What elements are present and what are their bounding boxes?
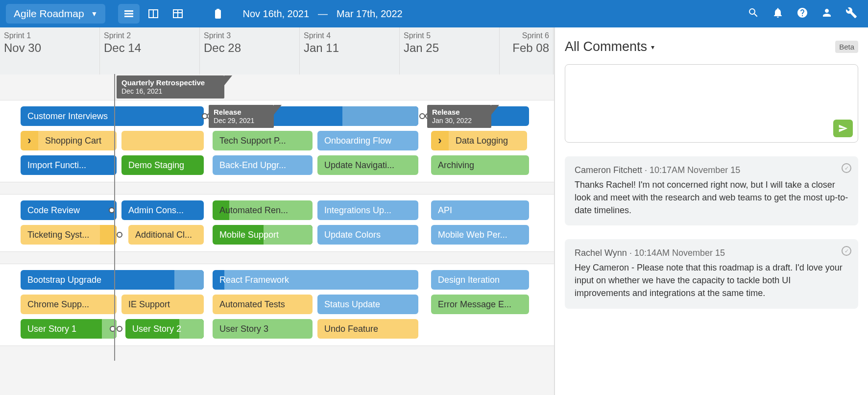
date-from: Nov 16th, 2021 (242, 8, 309, 20)
card-bootstrap[interactable]: Bootstrap Upgrade (21, 270, 204, 290)
card-automated-tests[interactable]: Automated Tests (213, 295, 313, 314)
card-update-nav[interactable]: Update Navigati... (317, 155, 418, 175)
beta-badge: Beta (835, 41, 858, 53)
expand-button[interactable]: › (21, 131, 38, 150)
svg-rect-1 (124, 13, 133, 15)
connector-dot[interactable] (419, 113, 425, 119)
card-import-func[interactable]: Import Functi... (21, 155, 117, 175)
card-error-msg[interactable]: Error Message E... (431, 295, 529, 314)
row: Chrome Supp... IE Support Automated Test… (0, 293, 554, 317)
sprint-col-1[interactable]: Sprint 1Nov 30 (0, 27, 100, 74)
comment-meta: Rachel Wynn · 10:14AM November 15 (575, 248, 848, 258)
retrospective-line (114, 74, 115, 361)
comment-item[interactable]: ✓ Cameron Fitchett · 10:17AM November 15… (565, 156, 858, 225)
row: › Shopping Cart Tech Support P... Onboar… (0, 129, 554, 153)
row: Bootstrap Upgrade React Framework Design… (0, 268, 554, 293)
marker-release-1[interactable]: Release Dec 29, 2021 (209, 105, 274, 128)
comment-meta: Cameron Fitchett · 10:17AM November 15 (575, 165, 848, 175)
comment-input[interactable] (565, 64, 858, 143)
connector-dot[interactable] (117, 326, 122, 332)
card-customer-interviews[interactable]: Customer Interviews (21, 106, 204, 126)
card-additional-cl[interactable]: Additional Cl... (128, 225, 204, 245)
card-undo[interactable]: Undo Feature (317, 319, 418, 339)
tools-icon[interactable] (845, 7, 857, 21)
card-shopping-cart[interactable]: Shopping Cart (38, 131, 117, 150)
card-react[interactable]: React Framework (213, 270, 418, 290)
card-ticketing[interactable]: Ticketing Syst... (21, 225, 117, 245)
resolve-check-icon[interactable]: ✓ (842, 246, 851, 256)
resolve-check-icon[interactable]: ✓ (842, 163, 851, 173)
expand-button[interactable]: › (431, 131, 449, 150)
view-switcher (118, 4, 189, 24)
sprint-col-5[interactable]: Sprint 5Jan 25 (400, 27, 500, 74)
date-to: Mar 17th, 2022 (337, 8, 403, 20)
row: Ticketing Syst... Additional Cl... Mobil… (0, 223, 554, 247)
sprint-col-3[interactable]: Sprint 3Dec 28 (200, 27, 300, 74)
svg-rect-2 (124, 16, 133, 17)
list-view-button[interactable] (118, 4, 140, 24)
card-mobile-support[interactable]: Mobile Support (213, 225, 313, 245)
card-mobile-web[interactable]: Mobile Web Per... (431, 225, 529, 245)
help-icon[interactable] (796, 7, 808, 21)
row: Code Review Admin Cons... Automated Ren.… (0, 198, 554, 223)
card-user-story-3[interactable]: User Story 3 (213, 319, 313, 339)
card-code-review[interactable]: Code Review (21, 200, 117, 220)
card-backend-upgr[interactable]: Back-End Upgr... (213, 155, 313, 175)
date-separator: — (318, 8, 328, 20)
card-status-update[interactable]: Status Update (317, 295, 418, 314)
table-view-button[interactable] (167, 4, 189, 24)
toolbar-right (747, 7, 862, 21)
card-update-colors[interactable]: Update Colors (317, 225, 418, 245)
comment-body: Thanks Rachel! I'm not concerned right n… (575, 178, 848, 217)
comment-item[interactable]: ✓ Rachel Wynn · 10:14AM November 15 Hey … (565, 239, 858, 308)
search-icon[interactable] (747, 7, 759, 21)
card-chrome-supp[interactable]: Chrome Supp... (21, 295, 117, 314)
card-yellow-blank[interactable] (121, 131, 204, 150)
marker-retrospective[interactable]: Quarterly Retrospective Dec 16, 2021 (117, 75, 224, 99)
comments-header: All Comments ▾ Beta (565, 39, 858, 54)
bell-icon[interactable] (772, 7, 784, 21)
comments-title-dropdown[interactable]: All Comments ▾ (565, 39, 654, 54)
marker-release-2[interactable]: Release Jan 30, 2022 (427, 105, 491, 128)
card-api[interactable]: API (431, 200, 529, 220)
row: User Story 1 User Story 2 User Story 3 U… (0, 317, 554, 342)
connector-dot[interactable] (117, 232, 122, 238)
clipboard-button[interactable] (207, 4, 229, 24)
card-archiving[interactable]: Archiving (431, 155, 529, 175)
sprint-col-6[interactable]: Sprint 6Feb 08 (500, 27, 554, 74)
roadmap-selector[interactable]: Agile Roadmap ▼ (6, 4, 105, 24)
chevron-down-icon: ▾ (651, 43, 654, 51)
date-range[interactable]: Nov 16th, 2021 — Mar 17th, 2022 (242, 8, 402, 20)
card-integrations[interactable]: Integrations Up... (317, 200, 418, 220)
lane-group-3: Bootstrap Upgrade React Framework Design… (0, 264, 554, 346)
send-button[interactable] (833, 120, 853, 137)
card-user-story-2[interactable]: User Story 2 (125, 319, 204, 339)
roadmap-title: Agile Roadmap (14, 8, 84, 20)
sprint-col-2[interactable]: Sprint 2Dec 14 (100, 27, 200, 74)
row: Import Functi... Demo Staging Back-End U… (0, 153, 554, 178)
card-data-logging[interactable]: Data Logging (449, 131, 527, 150)
board-view-button[interactable] (143, 4, 164, 24)
timeline: Sprint 1Nov 30 Sprint 2Dec 14 Sprint 3De… (0, 27, 555, 395)
chevron-down-icon: ▼ (91, 10, 98, 18)
card-admin-cons[interactable]: Admin Cons... (121, 200, 204, 220)
comment-body: Hey Cameron - Please note that this road… (575, 261, 848, 299)
svg-rect-0 (124, 10, 133, 12)
card-ie-support[interactable]: IE Support (121, 295, 204, 314)
sprint-col-4[interactable]: Sprint 4Jan 11 (300, 27, 400, 74)
lane-group-2: Code Review Admin Cons... Automated Ren.… (0, 194, 554, 252)
card-tech-support[interactable]: Tech Support P... (213, 131, 313, 150)
card-demo-staging[interactable]: Demo Staging (121, 155, 204, 175)
top-toolbar: Agile Roadmap ▼ Nov 16th, 2021 — Mar 17t… (0, 0, 868, 27)
card-automated-ren[interactable]: Automated Ren... (213, 200, 313, 220)
card-design-iter[interactable]: Design Iteration (431, 270, 529, 290)
card-onboarding[interactable]: Onboarding Flow (317, 131, 418, 150)
sprint-header: Sprint 1Nov 30 Sprint 2Dec 14 Sprint 3De… (0, 27, 554, 74)
comments-panel: All Comments ▾ Beta ✓ Cameron Fitchett ·… (555, 27, 868, 395)
card-user-story-1[interactable]: User Story 1 (21, 319, 117, 339)
main-area: Sprint 1Nov 30 Sprint 2Dec 14 Sprint 3De… (0, 27, 868, 395)
user-icon[interactable] (821, 7, 833, 21)
